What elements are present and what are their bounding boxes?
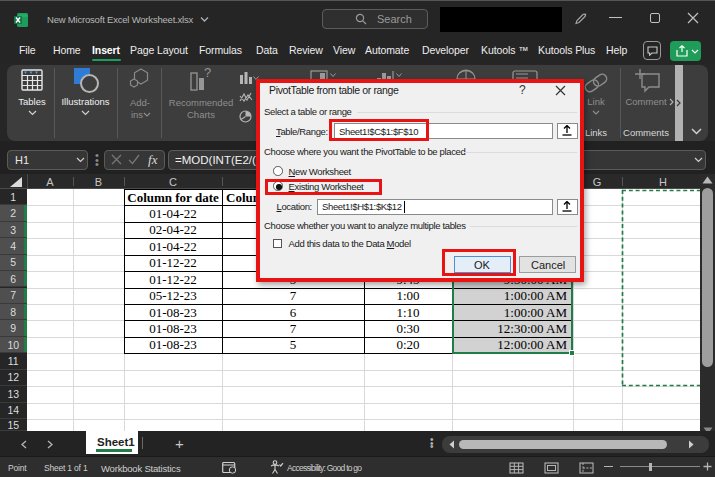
svg-text:?: ? — [204, 68, 211, 80]
